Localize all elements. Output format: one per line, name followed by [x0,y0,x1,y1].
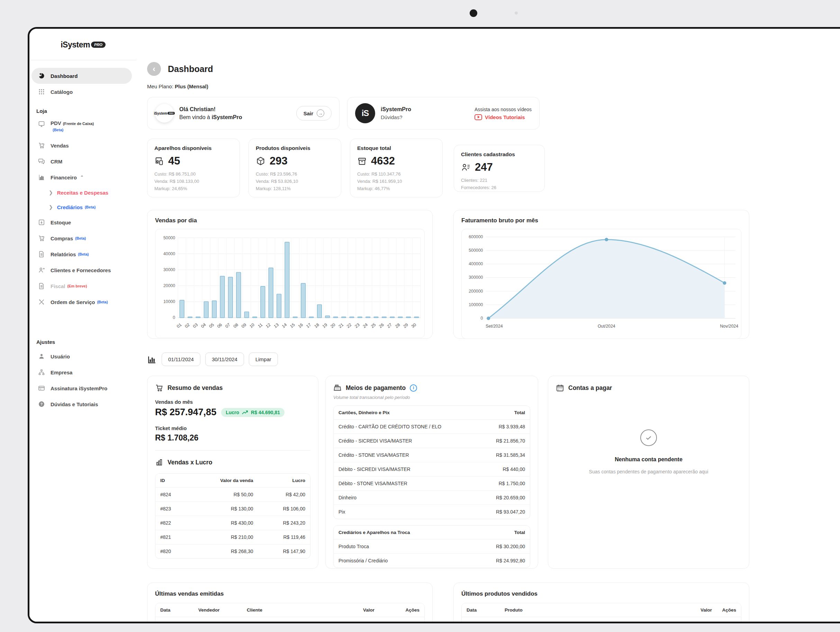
stat-value: 247 [475,161,493,174]
last-sales-table: Data Vendedor Cliente Valor Ações 19/11/… [155,603,425,623]
trend-up-icon [242,410,248,415]
stat-detail: Custo: R$ 23.596,76 [256,171,334,178]
help-title: iSystemPro [381,105,411,114]
svg-text:11: 11 [257,322,264,329]
back-button[interactable]: ‹ [147,62,161,76]
svg-text:40000: 40000 [163,252,175,256]
sidebar-item-usuario[interactable]: Usuário [29,348,137,364]
videos-tutoriais-link[interactable]: Vídeos Tutoriais [475,114,532,120]
last-products-title: Últimos produtos vendidos [461,591,741,597]
tools-icon [38,298,45,306]
sidebar-item-relatorios[interactable]: Relatórios(Beta) [29,246,137,262]
svg-text:28: 28 [394,322,401,329]
archive-icon [357,156,367,166]
svg-text:21: 21 [338,322,345,329]
svg-text:25: 25 [370,322,377,329]
svg-text:20000: 20000 [163,283,175,288]
date-to-input[interactable]: 30/11/2024 [205,353,244,366]
help-subtitle: Dúvidas? [381,114,411,122]
stat-detail: Markup: 24,65% [154,185,232,193]
view-icon[interactable] [412,621,420,623]
chevron-up-icon: ⌃ [80,175,84,180]
org-icon [38,369,45,376]
tablet-light-sensor [515,11,518,14]
sidebar-item-compras[interactable]: Compras(Beta) [29,230,137,246]
sidebar-item-assinatura-isystempro[interactable]: Assinatura iSystemPro [29,380,137,396]
sales-profit-title: Vendas x Lucro [167,459,212,466]
month-sales-label: Vendas do mês [155,399,311,405]
sidebar-item-pdv[interactable]: PDV(Frente de Caixa)(Beta) [29,117,137,138]
svg-text:30000: 30000 [163,267,175,272]
monitor-icon [38,120,45,128]
table-row: Promissória / CrediárioR$ 24.992,80 [334,554,530,568]
svg-text:22: 22 [346,322,353,329]
logout-button[interactable]: Sair → [296,106,332,120]
sales-per-day-chart: 0100002000030000400005000001020304050607… [155,229,425,338]
clients-icon [461,162,471,172]
svg-text:10000: 10000 [163,299,175,304]
stat-title: Estoque total [357,145,436,151]
last-sales-card: Últimas vendas emitidas Data Vendedor Cl… [147,583,433,623]
sidebar-item-financeiro[interactable]: Financeiro⌃ [29,169,137,185]
ver-itens-link[interactable]: Ver itens [391,622,410,623]
sidebar-menu: DashboardCatálogoLojaPDV(Frente de Caixa… [29,60,137,412]
svg-text:19: 19 [322,322,328,329]
svg-text:18: 18 [313,322,320,329]
svg-text:30: 30 [411,322,417,329]
table-row[interactable]: #824R$ 50,00R$ 42,00 [155,488,310,502]
sidebar-item-receitas-e-despesas[interactable]: ❯Receitas e Despesas [29,185,137,200]
svg-text:24: 24 [362,322,369,329]
sales-per-day-card: Vendas por dia 0100002000030000400005000… [147,210,433,339]
app-logo: iSystem PRO [29,29,137,50]
sales-profit-table: ID Valor da venda Lucro #824R$ 50,00R$ 4… [155,474,311,559]
table-row[interactable]: #820R$ 268,30R$ 147,90 [155,544,310,558]
svg-text:03: 03 [192,322,199,329]
sidebar-item-crediarios[interactable]: ❯Crediários (Beta) [29,200,137,214]
table-row[interactable]: #822R$ 430,00R$ 243,20 [155,516,310,530]
sidebar-item-clientes-e-fornecedores[interactable]: Clientes e Fornecedores [29,262,137,278]
table-row: 19/11/2024CONSUMIDOR FINALR$ 50,00Ver it… [155,617,424,623]
svg-text:50000: 50000 [163,236,175,240]
svg-text:12: 12 [265,322,272,329]
user-plus-icon [38,266,45,274]
sidebar-item-vendas[interactable]: Vendas [29,138,137,154]
svg-text:27: 27 [386,322,393,329]
clear-filters-button[interactable]: Limpar [249,353,278,366]
sidebar-item-dashboard[interactable]: Dashboard [32,68,132,84]
sidebar-item-catalogo[interactable]: Catálogo [29,84,137,100]
sidebar-item-crm[interactable]: CRM [29,154,137,169]
sidebar-item-empresa[interactable]: Empresa [29,364,137,380]
gross-revenue-title: Faturamento bruto por mês [461,217,741,224]
info-icon[interactable]: i [410,384,417,392]
stat-title: Produtos disponíveis [256,145,334,151]
svg-text:04: 04 [200,322,207,329]
question-icon: ? [38,400,45,408]
sidebar-item-estoque[interactable]: Estoque [29,214,137,230]
tablet-camera [470,10,477,17]
sidebar-item-duvidas-e-tutoriais[interactable]: ?Dúvidas e Tutoriais [29,396,137,412]
svg-text:26: 26 [378,322,385,329]
sidebar-section-ajustes: Ajustes [29,339,137,345]
sidebar-item-ordem-de-servico[interactable]: Ordem de Serviço(Beta) [29,294,137,310]
gross-revenue-card: Faturamento bruto por mês 01000002000003… [453,210,749,339]
main-content: ‹ Dashboard Meu Plano: Plus (Mensal) iSy… [137,29,763,623]
svg-text:10: 10 [248,322,256,329]
stat-value: 4632 [371,155,395,167]
view-icon[interactable] [729,621,736,623]
stat-card-2: Estoque total4632Custo: R$ 110.347,76Ven… [350,138,443,197]
stat-detail: Venda: R$ 161.959,10 [357,178,436,185]
table-row[interactable]: #821R$ 210,00R$ 119,46 [155,530,310,544]
sidebar-item-fiscal[interactable]: Fiscal(Em breve) [29,278,137,294]
svg-text:06: 06 [216,322,223,329]
payment-table-cards: Cartões, Dinheiro e Pix Total Crédito - … [333,405,530,519]
date-from-input[interactable]: 01/11/2024 [162,353,201,366]
payables-card: Contas a pagar Nenhuma conta pendente Su… [548,376,749,569]
devices-icon [154,156,164,166]
table-row[interactable]: #823R$ 130,00R$ 106,00 [155,502,310,516]
table-row: Débito - STONE VISA/MASTERR$ 1.750,00 [334,477,530,491]
svg-text:16: 16 [297,322,304,329]
gross-revenue-chart: 0100000200000300000400000500000600000Set… [461,229,741,339]
payables-empty-title: Nenhuma conta pendente [556,456,741,463]
videos-label: Assista aos nossos vídeos [475,107,532,112]
svg-text:09: 09 [240,322,248,329]
